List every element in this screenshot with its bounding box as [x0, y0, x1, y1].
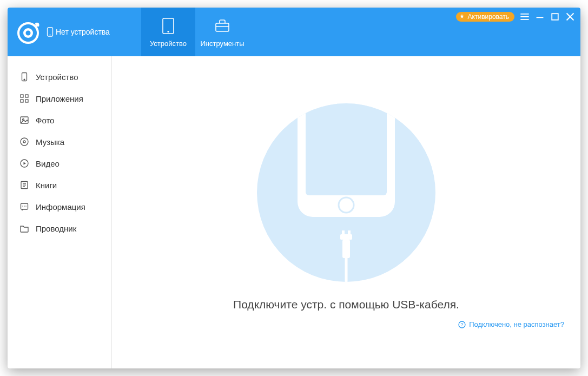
svg-rect-44	[345, 257, 348, 282]
folder-icon	[19, 223, 29, 233]
svg-point-32	[22, 206, 23, 207]
book-icon	[19, 180, 29, 190]
svg-rect-19	[25, 95, 28, 97]
svg-point-6	[167, 30, 169, 32]
sidebar-item-books[interactable]: Книги	[8, 174, 111, 196]
header-tabs: Устройство Инструменты	[141, 8, 249, 56]
sidebar-item-video[interactable]: Видео	[8, 153, 111, 174]
tab-tools[interactable]: Инструменты	[195, 8, 249, 56]
svg-rect-40	[340, 234, 352, 240]
tablet-icon	[159, 17, 177, 35]
device-status: Нет устройства	[47, 27, 110, 37]
help-link[interactable]: ? Подключено, не распознает?	[458, 320, 564, 328]
video-icon	[19, 159, 29, 168]
device-status-text: Нет устройства	[56, 28, 110, 36]
device-icon	[19, 72, 29, 82]
maximize-button[interactable]	[550, 12, 560, 22]
svg-rect-7	[216, 23, 229, 31]
tab-device[interactable]: Устройство	[141, 8, 195, 56]
svg-rect-18	[21, 95, 23, 97]
sidebar-item-label: Музыка	[36, 137, 64, 147]
window-controls: Активировать	[456, 12, 575, 22]
minimize-button[interactable]	[535, 12, 545, 22]
app-logo-icon	[17, 20, 41, 44]
svg-text:?: ?	[461, 322, 464, 327]
sidebar-item-label: Видео	[36, 159, 60, 168]
svg-rect-43	[342, 240, 350, 258]
menu-button[interactable]	[520, 12, 530, 22]
connect-illustration: Подключите устр. с помощью USB-кабеля.	[233, 103, 459, 311]
activate-label: Активировать	[468, 13, 509, 21]
sidebar-item-music[interactable]: Музыка	[8, 131, 111, 153]
svg-rect-41	[342, 230, 345, 234]
main-pane: Подключите устр. с помощью USB-кабеля. ?…	[112, 56, 580, 368]
close-button[interactable]	[565, 12, 575, 22]
body: Устройство Приложения Фото Музыка	[8, 56, 580, 368]
logo-zone: Нет устройства	[8, 8, 141, 56]
svg-rect-20	[21, 100, 23, 102]
svg-point-34	[25, 206, 27, 207]
sidebar-item-photos[interactable]: Фото	[8, 109, 111, 131]
svg-rect-38	[306, 103, 387, 195]
svg-point-4	[50, 35, 51, 36]
help-link-text: Подключено, не распознает?	[469, 320, 564, 328]
sidebar-item-info[interactable]: Информация	[8, 196, 111, 217]
svg-rect-42	[348, 230, 351, 234]
svg-rect-21	[25, 100, 28, 102]
music-icon	[19, 137, 29, 147]
sidebar-item-label: Устройство	[36, 72, 78, 82]
svg-point-33	[24, 206, 25, 207]
svg-point-17	[24, 79, 25, 80]
sidebar-item-label: Проводник	[36, 224, 76, 233]
sidebar-item-explorer[interactable]: Проводник	[8, 217, 111, 239]
app-window: Нет устройства Устройство Инструменты Ак…	[8, 8, 580, 368]
sidebar-item-label: Фото	[36, 116, 54, 125]
sidebar-item-device[interactable]: Устройство	[8, 66, 111, 88]
sidebar-item-label: Книги	[36, 181, 57, 190]
activate-button[interactable]: Активировать	[456, 12, 514, 22]
tab-device-label: Устройство	[150, 39, 187, 48]
sidebar: Устройство Приложения Фото Музыка	[8, 56, 112, 368]
usb-phone-icon	[257, 103, 435, 282]
svg-point-2	[26, 31, 31, 36]
sidebar-item-label: Приложения	[36, 94, 83, 103]
toolbox-icon	[213, 17, 232, 35]
connect-prompt: Подключите устр. с помощью USB-кабеля.	[233, 298, 459, 311]
photo-icon	[19, 115, 29, 125]
apps-icon	[19, 94, 29, 103]
sidebar-item-apps[interactable]: Приложения	[8, 88, 111, 109]
titlebar: Нет устройства Устройство Инструменты Ак…	[8, 8, 580, 56]
svg-point-24	[21, 138, 28, 146]
svg-rect-13	[552, 14, 558, 20]
tab-tools-label: Инструменты	[200, 39, 244, 48]
info-icon	[19, 202, 29, 212]
sidebar-item-label: Информация	[36, 202, 85, 212]
svg-point-25	[23, 141, 25, 143]
